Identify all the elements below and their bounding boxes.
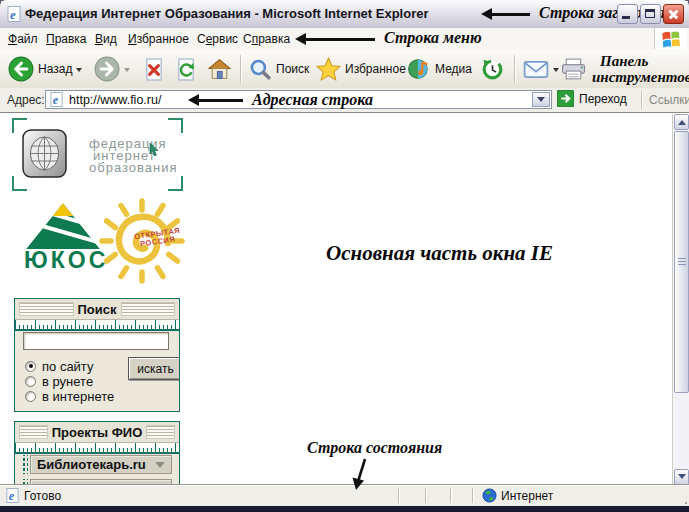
bracket-bottom-right — [168, 176, 183, 191]
history-button[interactable] — [480, 53, 505, 85]
radio-icon[interactable] — [25, 391, 36, 402]
windows-logo-box — [654, 28, 687, 49]
search-label: Поиск — [276, 62, 309, 76]
search-panel-header: Поиск — [15, 299, 179, 320]
toolbar: Назад Поиск Избранное Медиа — [0, 50, 689, 89]
minimize-icon — [622, 16, 630, 19]
history-icon — [480, 57, 505, 81]
scrollbar-thumb[interactable] — [674, 131, 689, 393]
resize-grip[interactable] — [685, 502, 688, 505]
media-label: Медиа — [435, 62, 472, 76]
svg-text:e: e — [10, 7, 16, 22]
yukos-triangle-icon — [26, 203, 100, 249]
menu-file[interactable]: Файл — [8, 32, 38, 46]
links-toolbar[interactable]: Ссылки — [649, 93, 689, 107]
menu-tools[interactable]: Сервис — [197, 32, 238, 46]
grip-stripes — [19, 425, 48, 439]
favorites-label: Избранное — [345, 62, 406, 76]
go-label: Переход — [579, 92, 627, 106]
address-bar: Адрес: e http://www.fio.ru/ Адресная стр… — [0, 88, 689, 113]
forward-dropdown-caret[interactable] — [124, 68, 130, 75]
stop-icon — [143, 57, 165, 82]
address-label: Адрес: — [7, 93, 45, 107]
projects-panel: Проекты ФИО Библиотекарь.ru — [14, 421, 180, 485]
thumb-grip-icon — [678, 258, 686, 266]
ruler-decoration — [15, 443, 179, 454]
menu-favorites[interactable]: Избранное — [128, 32, 189, 46]
dropdown-triangle-icon — [155, 462, 165, 473]
back-dropdown-caret[interactable] — [76, 68, 82, 75]
projects-panel-header: Проекты ФИО — [15, 422, 179, 443]
mail-button[interactable] — [523, 53, 559, 85]
internet-zone-globe-icon — [482, 488, 497, 507]
annotation-menu-bar: Строка меню — [384, 29, 482, 47]
ie-page-icon-small: e — [49, 92, 64, 111]
print-button[interactable] — [560, 53, 587, 85]
radio-option-site[interactable]: по сайту — [25, 359, 93, 373]
media-button[interactable]: Медиа — [407, 53, 472, 85]
radio-icon[interactable] — [25, 376, 36, 387]
yukos-label: ЮКОС — [24, 247, 108, 274]
refresh-button[interactable] — [175, 53, 197, 85]
annotation-toolbar: Панель инструментов — [592, 53, 689, 85]
site-search-input[interactable] — [23, 332, 169, 350]
address-dropdown-button[interactable] — [532, 92, 550, 107]
close-button[interactable] — [663, 4, 684, 24]
search-icon — [249, 58, 272, 81]
back-button[interactable]: Назад — [8, 53, 82, 85]
bracket-top-right — [168, 118, 183, 133]
chevron-down-icon — [678, 474, 686, 483]
go-icon — [557, 90, 574, 107]
menu-view[interactable]: Вид — [95, 32, 117, 46]
projects-panel-title: Проекты ФИО — [52, 425, 143, 440]
media-icon — [407, 57, 431, 81]
radio-selected-icon[interactable] — [25, 361, 36, 372]
project-dropdown[interactable]: Библиотекарь.ru — [30, 455, 172, 474]
open-russia-logo[interactable]: ОТКРЫТАЯ РОССИЯ — [98, 197, 186, 289]
yukos-logo[interactable]: ЮКОС — [0, 113, 110, 283]
menu-help[interactable]: Справка — [243, 32, 290, 46]
address-input[interactable]: e http://www.fio.ru/ Адресная строка — [45, 90, 552, 109]
go-button[interactable]: Переход — [557, 90, 627, 107]
addressbar-separator — [641, 91, 643, 109]
annotation-address-bar: Адресная строка — [252, 91, 373, 109]
status-message: Готово — [24, 489, 61, 503]
svg-text:e: e — [53, 93, 59, 107]
grip-stripes — [146, 425, 175, 439]
search-panel-title: Поиск — [78, 302, 117, 317]
search-submit-button[interactable]: искать — [128, 357, 180, 380]
status-ie-icon: e — [5, 488, 20, 507]
search-panel: Поиск по сайту в рунете в интернете иска… — [14, 298, 180, 412]
radio-option-internet[interactable]: в интернете — [25, 389, 114, 403]
home-icon — [207, 57, 232, 82]
print-icon — [560, 57, 587, 81]
scroll-down-button[interactable] — [674, 469, 689, 485]
chevron-down-icon — [537, 97, 545, 106]
forward-icon — [94, 56, 120, 82]
mail-dropdown-caret[interactable] — [553, 68, 559, 75]
ie-page-icon: e — [6, 6, 22, 26]
cursor-icon — [149, 143, 159, 157]
project-row: Библиотекарь.ru — [18, 455, 176, 474]
menu-edit[interactable]: Правка — [46, 32, 87, 46]
forward-button[interactable] — [94, 53, 130, 85]
title-bar[interactable]: e Федерация Интернет Образования - Micro… — [0, 0, 689, 29]
windows-flag-icon — [660, 28, 682, 49]
stop-button[interactable] — [143, 53, 165, 85]
status-separator — [450, 488, 452, 503]
window-bottom-edge — [0, 506, 689, 512]
home-button[interactable] — [207, 53, 232, 85]
maximize-icon — [645, 9, 655, 18]
vertical-scrollbar[interactable] — [672, 114, 689, 485]
menu-bar: Файл Правка Вид Избранное Сервис Справка… — [0, 28, 689, 51]
maximize-button[interactable] — [640, 4, 661, 24]
annotation-arrow-title — [492, 13, 530, 16]
radio-option-runet[interactable]: в рунете — [25, 374, 93, 388]
minimize-button[interactable] — [617, 4, 638, 24]
svg-text:e: e — [9, 489, 15, 503]
search-button[interactable]: Поиск — [249, 53, 309, 85]
refresh-icon — [175, 57, 197, 82]
status-separator — [425, 488, 427, 503]
scroll-up-button[interactable] — [674, 114, 689, 130]
favorites-button[interactable]: Избранное — [316, 53, 406, 85]
